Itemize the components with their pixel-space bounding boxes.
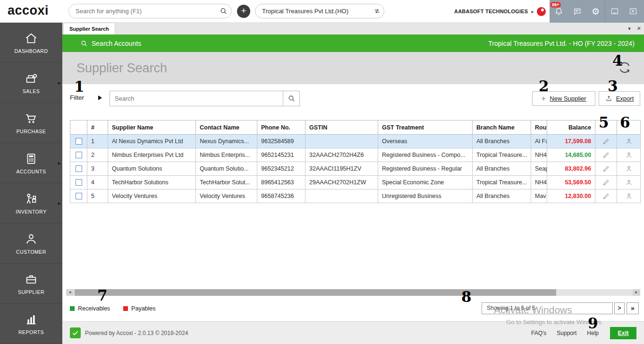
home-icon: [25, 32, 38, 45]
notifications-button[interactable]: 99+: [550, 0, 568, 23]
refresh-icon[interactable]: [618, 60, 632, 76]
header-checkbox-cell: [70, 120, 87, 135]
row-checkbox[interactable]: [76, 152, 82, 158]
organization-menu[interactable]: AABASOFT TECHNOLOGIES ▸: [454, 0, 546, 23]
topbar-icon-tray: 99+ ⚙ ✕: [550, 0, 644, 23]
faq-link[interactable]: FAQ's: [531, 330, 546, 336]
global-search: [68, 4, 232, 18]
table-row[interactable]: 3 Quantum Solutions Quantum Solutio... 9…: [70, 162, 641, 176]
filter-dropdown[interactable]: Filter: [70, 94, 102, 101]
table-search-input[interactable]: [110, 91, 283, 106]
support-link[interactable]: Support: [557, 330, 576, 336]
sidebar-item-inventory[interactable]: INVENTORY ▸: [0, 183, 62, 224]
col-number: #: [87, 120, 108, 135]
cart-icon: [25, 112, 38, 125]
main-area: Supplier Search ▾ ✕ Search Accounts Trop…: [62, 23, 644, 344]
contact-person-icon[interactable]: [625, 151, 633, 159]
sidebar-item-sales[interactable]: SALES ▸: [0, 63, 62, 103]
new-supplier-button[interactable]: + New Supplier: [532, 91, 595, 106]
org-logo-icon: [537, 7, 546, 16]
contact-person-icon[interactable]: [625, 179, 633, 186]
pagination-last-button[interactable]: »: [627, 302, 639, 314]
switch-company-icon[interactable]: [370, 7, 384, 15]
sidebar-item-customer[interactable]: CUSTOMER: [0, 224, 62, 264]
organization-name: AABASOFT TECHNOLOGIES: [454, 9, 528, 14]
tab-supplier-search[interactable]: Supplier Search: [63, 23, 115, 34]
col-edit: [595, 120, 617, 135]
inventory-icon: [25, 192, 38, 206]
table-row[interactable]: 4 TechHarbor Solutions TechHarbor Solut.…: [70, 176, 641, 189]
col-branch-name: Branch Name: [473, 120, 531, 135]
app-window: accoxi + Tropical Treasures Pvt Ltd.(HO)…: [0, 0, 644, 344]
search-icon: [288, 95, 296, 103]
exit-button[interactable]: Exit: [610, 327, 636, 339]
col-balance: Balance: [547, 120, 595, 135]
legend-receivables: Receivables: [70, 305, 110, 312]
filter-label: Filter: [70, 94, 84, 101]
search-icon[interactable]: [215, 7, 231, 15]
bell-icon: [554, 7, 563, 16]
chevron-right-icon: ▸: [531, 9, 534, 14]
balance-legend: Receivables Payables: [70, 305, 156, 312]
table-row[interactable]: 1 Al Nexus Dynamics Pvt Ltd Nexus Dynami…: [70, 135, 641, 148]
table-search: [110, 91, 300, 106]
scroll-right-icon[interactable]: ►: [633, 289, 640, 296]
sales-icon: [25, 72, 38, 85]
payables-swatch: [123, 306, 128, 311]
edit-pencil-icon[interactable]: [602, 138, 610, 145]
settings-button[interactable]: ⚙: [586, 0, 605, 23]
module-header: Search Accounts Tropical Treasures Pvt L…: [62, 34, 644, 52]
scrollbar-thumb[interactable]: [75, 289, 556, 296]
company-selector-label: Tropical Treasures Pvt Ltd.(HO): [255, 8, 370, 15]
toolbar: Filter + New Supplier Export: [62, 84, 644, 113]
submenu-arrow-icon: ▸: [58, 200, 61, 206]
submenu-arrow-icon: ▸: [58, 79, 61, 86]
messages-button[interactable]: [568, 0, 586, 23]
scroll-left-icon[interactable]: ◄: [66, 289, 74, 296]
table-row[interactable]: 5 Velocity Ventures Velocity Ventures 96…: [70, 189, 641, 203]
tab-list-caret-icon[interactable]: ▾: [628, 26, 631, 32]
row-checkbox[interactable]: [76, 179, 82, 186]
close-window-button[interactable]: ✕: [624, 0, 642, 23]
notification-badge: 99+: [550, 2, 561, 8]
edit-pencil-icon[interactable]: [602, 152, 610, 159]
accoxi-logo: accoxi: [8, 3, 49, 18]
company-selector[interactable]: Tropical Treasures Pvt Ltd.(HO): [255, 4, 384, 18]
minimize-icon: [611, 9, 618, 14]
row-checkbox[interactable]: [76, 138, 82, 145]
page-title-band: Supplier Search: [62, 52, 644, 84]
gear-icon: ⚙: [592, 6, 600, 17]
sidebar-item-supplier[interactable]: SUPPLIER: [0, 264, 62, 304]
col-gst-treatment: GST Treatment: [378, 120, 473, 135]
briefcase-icon: [25, 273, 38, 286]
page-title: Supplier Search: [76, 61, 167, 76]
row-checkbox[interactable]: [76, 193, 82, 199]
col-contact-icon: [617, 120, 641, 135]
contact-person-icon[interactable]: [625, 138, 633, 145]
edit-pencil-icon[interactable]: [602, 179, 610, 186]
sidebar-item-accounts[interactable]: ACCOUNTS ▸: [0, 143, 62, 183]
contact-person-icon[interactable]: [625, 165, 633, 172]
sidebar-item-reports[interactable]: REPORTS: [0, 304, 62, 344]
search-accounts-icon: [80, 40, 88, 47]
col-route: Rout: [531, 120, 547, 135]
table-search-button[interactable]: [283, 91, 299, 106]
tab-close-icon[interactable]: ✕: [637, 26, 641, 32]
bar-chart-icon: [25, 313, 38, 326]
plus-icon: +: [541, 94, 546, 103]
quick-add-button[interactable]: +: [237, 5, 250, 18]
export-button[interactable]: Export: [599, 91, 640, 106]
pagination-next-button[interactable]: >: [614, 302, 625, 314]
global-search-input[interactable]: [69, 8, 215, 15]
help-link[interactable]: Help: [587, 330, 599, 336]
minimize-window-button[interactable]: [605, 0, 624, 23]
sidebar-item-purchase[interactable]: PURCHASE: [0, 103, 62, 143]
sidebar-item-dashboard[interactable]: DASHBOARD: [0, 23, 62, 63]
horizontal-scrollbar[interactable]: ◄ ►: [66, 289, 640, 296]
edit-pencil-icon[interactable]: [602, 193, 610, 200]
module-title: Search Accounts: [92, 40, 141, 47]
table-row[interactable]: 2 Nimbus Enterprises Pvt Ltd Nimbus Ente…: [70, 148, 641, 162]
row-checkbox[interactable]: [76, 165, 82, 172]
contact-person-icon[interactable]: [625, 192, 633, 200]
edit-pencil-icon[interactable]: [602, 165, 610, 172]
